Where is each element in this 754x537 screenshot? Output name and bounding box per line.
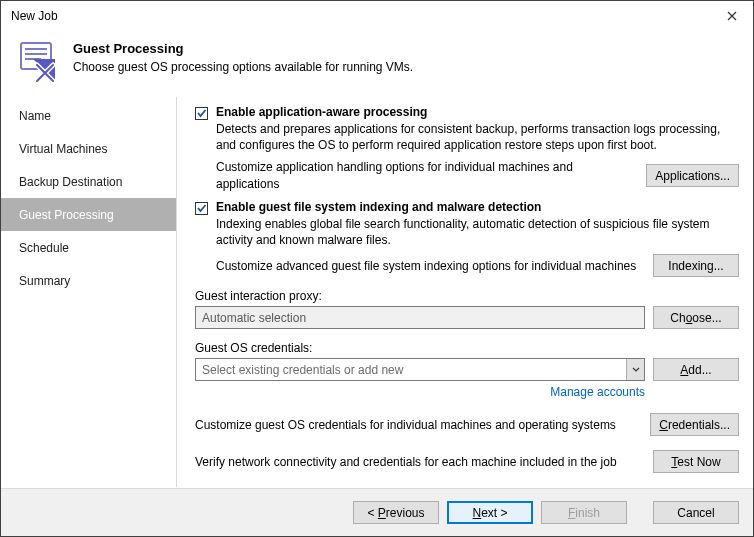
sidebar-item-label: Virtual Machines (19, 142, 108, 156)
sidebar-item-label: Schedule (19, 241, 69, 255)
indexing-checkbox[interactable] (195, 202, 208, 215)
choose-proxy-button[interactable]: Choose... (653, 306, 739, 329)
test-now-button[interactable]: Test Now (653, 450, 739, 473)
wizard-steps: Name Virtual Machines Backup Destination… (1, 97, 177, 487)
check-icon (196, 108, 207, 119)
indexing-button[interactable]: Indexing... (653, 254, 739, 277)
proxy-label: Guest interaction proxy: (195, 289, 739, 303)
indexing-section: Enable guest file system indexing and ma… (195, 200, 739, 277)
indexing-customize-text: Customize advanced guest file system ind… (216, 258, 645, 274)
page-title: Guest Processing (73, 41, 413, 56)
sidebar-item-backup-destination[interactable]: Backup Destination (1, 165, 176, 198)
manage-accounts-link[interactable]: Manage accounts (195, 385, 739, 399)
previous-button[interactable]: < Previous (353, 501, 439, 524)
proxy-field: Automatic selection (195, 306, 645, 329)
verify-text: Verify network connectivity and credenti… (195, 454, 645, 470)
creds-row: Select existing credentials or add new A… (195, 358, 739, 381)
applications-button[interactable]: Applications... (646, 164, 739, 187)
verify-row: Verify network connectivity and credenti… (195, 450, 739, 473)
finish-button: Finish (541, 501, 627, 524)
add-creds-button[interactable]: Add... (653, 358, 739, 381)
close-button[interactable] (711, 1, 753, 31)
sidebar-item-schedule[interactable]: Schedule (1, 231, 176, 264)
creds-placeholder: Select existing credentials or add new (196, 359, 626, 380)
sidebar-item-label: Name (19, 109, 51, 123)
sidebar-item-label: Backup Destination (19, 175, 122, 189)
sidebar-item-guest-processing[interactable]: Guest Processing (1, 198, 176, 231)
sidebar-item-label: Summary (19, 274, 70, 288)
creds-customize-text: Customize guest OS credentials for indiv… (195, 417, 642, 433)
sidebar-item-name[interactable]: Name (1, 99, 176, 132)
check-icon (196, 203, 207, 214)
indexing-desc: Indexing enables global file search func… (216, 216, 739, 248)
footer: < Previous Next > Finish Cancel (1, 488, 753, 536)
app-aware-customize-text: Customize application handling options f… (216, 159, 638, 191)
window-title: New Job (11, 9, 58, 23)
creds-customize-row: Customize guest OS credentials for indiv… (195, 413, 739, 436)
sidebar-item-label: Guest Processing (19, 208, 114, 222)
next-button[interactable]: Next > (447, 501, 533, 524)
creds-combobox[interactable]: Select existing credentials or add new (195, 358, 645, 381)
creds-dropdown-button[interactable] (626, 359, 644, 380)
close-icon (727, 11, 737, 21)
proxy-row: Automatic selection Choose... (195, 306, 739, 329)
chevron-down-icon (632, 367, 640, 373)
app-aware-checkbox[interactable] (195, 107, 208, 120)
creds-label: Guest OS credentials: (195, 341, 739, 355)
sidebar-item-summary[interactable]: Summary (1, 264, 176, 297)
titlebar: New Job (1, 1, 753, 31)
page-subtitle: Choose guest OS processing options avail… (73, 60, 413, 74)
guest-processing-icon (15, 39, 59, 83)
page-header: Guest Processing Choose guest OS process… (1, 31, 753, 97)
wizard-body: Name Virtual Machines Backup Destination… (1, 97, 753, 487)
indexing-title: Enable guest file system indexing and ma… (216, 200, 739, 214)
app-aware-section: Enable application-aware processing Dete… (195, 105, 739, 192)
sidebar-item-virtual-machines[interactable]: Virtual Machines (1, 132, 176, 165)
app-aware-desc: Detects and prepares applications for co… (216, 121, 739, 153)
app-aware-title: Enable application-aware processing (216, 105, 739, 119)
credentials-button[interactable]: Credentials... (650, 413, 739, 436)
main-panel: Enable application-aware processing Dete… (177, 97, 753, 487)
cancel-button[interactable]: Cancel (653, 501, 739, 524)
